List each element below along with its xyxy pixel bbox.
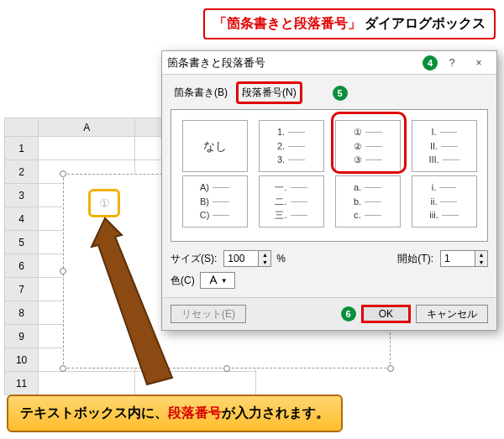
step-badge-4: 4 — [423, 55, 438, 71]
row-header[interactable]: 4 — [5, 207, 39, 231]
numbering-option-roman-lower-dot[interactable]: i. ii. iii. — [412, 175, 477, 227]
callout-bottom-pre: テキストボックス内に、 — [20, 405, 168, 420]
sheet-corner[interactable] — [5, 118, 39, 137]
row-header[interactable]: 8 — [5, 301, 39, 325]
ok-button[interactable]: OK — [361, 305, 411, 323]
tab-numbering[interactable]: 段落番号(N) — [236, 81, 302, 104]
spin-down-icon[interactable]: ▼ — [475, 259, 487, 266]
callout-bottom-post: が入力されます。 — [222, 405, 329, 420]
numbering-option-kanji[interactable]: 一. 二. 三. — [259, 175, 324, 227]
spin-up-icon[interactable]: ▲ — [475, 251, 487, 259]
row-header[interactable]: 5 — [5, 231, 39, 254]
callout-top-red: 「箇条書きと段落番号」 — [213, 16, 361, 30]
resize-handle[interactable] — [387, 365, 394, 372]
color-label: 色(C) — [171, 274, 195, 288]
resize-handle[interactable] — [60, 268, 66, 274]
cell[interactable] — [135, 372, 256, 395]
row-header[interactable]: 6 — [5, 254, 39, 278]
row-header[interactable]: 2 — [5, 160, 39, 184]
size-input[interactable] — [224, 251, 258, 266]
callout-top: 「箇条書きと段落番号」 ダイアログボックス — [203, 8, 496, 39]
callout-top-rest: ダイアログボックス — [365, 16, 486, 30]
cancel-button[interactable]: キャンセル — [416, 305, 488, 323]
row-header[interactable]: 11 — [5, 372, 39, 395]
inserted-number-sample: ① — [99, 196, 110, 210]
close-button[interactable]: × — [466, 54, 491, 72]
numbering-option-circled[interactable]: ① ② ③ — [335, 120, 401, 172]
start-label: 開始(T): — [397, 252, 433, 266]
row-header[interactable]: 7 — [5, 278, 39, 301]
numbering-gallery: なし 1. 2. 3. ① ② ③ I. II. III. — [171, 109, 488, 242]
row-header[interactable]: 10 — [5, 348, 39, 372]
size-label: サイズ(S): — [171, 252, 217, 266]
help-button[interactable]: ? — [439, 54, 465, 72]
start-spinner[interactable]: ▲▼ — [440, 250, 488, 267]
spin-up-icon[interactable]: ▲ — [259, 251, 270, 259]
font-color-icon — [207, 275, 219, 285]
opt-label: なし — [203, 138, 227, 155]
resize-handle[interactable] — [60, 365, 66, 372]
dialog-titlebar[interactable]: 箇条書きと段落番号 4 ? × — [162, 51, 496, 75]
row-header[interactable]: 3 — [5, 184, 39, 207]
reset-button[interactable]: リセット(E) — [171, 305, 246, 323]
resize-handle[interactable] — [60, 170, 66, 177]
numbering-option-none[interactable]: なし — [182, 120, 248, 172]
chevron-down-icon: ▼ — [221, 277, 228, 285]
step-badge-5: 5 — [333, 86, 348, 101]
step-badge-6: 6 — [341, 306, 356, 321]
spin-down-icon[interactable]: ▼ — [259, 259, 270, 266]
callout-bottom: テキストボックス内に、段落番号が入力されます。 — [7, 395, 343, 432]
size-spinner[interactable]: ▲▼ — [223, 250, 271, 267]
inserted-number-highlight: ① — [88, 189, 120, 217]
col-header-A[interactable]: A — [39, 118, 135, 137]
cell[interactable] — [39, 372, 135, 395]
resize-handle[interactable] — [223, 365, 230, 372]
numbering-option-roman-upper[interactable]: I. II. III. — [412, 120, 477, 172]
numbering-option-arabic[interactable]: 1. 2. 3. — [259, 120, 324, 172]
row-header[interactable]: 9 — [5, 325, 39, 348]
color-picker-button[interactable]: ▼ — [200, 272, 235, 289]
row-header[interactable]: 1 — [5, 137, 39, 160]
size-suffix: % — [276, 253, 286, 264]
numbering-option-alpha-upper-paren[interactable]: A) B) C) — [182, 175, 248, 227]
dialog-title: 箇条書きと段落番号 — [167, 55, 419, 71]
numbering-option-alpha-lower-dot[interactable]: a. b. c. — [335, 175, 401, 227]
start-input[interactable] — [441, 251, 475, 266]
bullets-numbering-dialog: 箇条書きと段落番号 4 ? × 箇条書き(B) 段落番号(N) 5 なし 1. … — [161, 50, 497, 331]
cell[interactable] — [39, 137, 135, 160]
tab-bullets[interactable]: 箇条書き(B) — [171, 84, 231, 102]
callout-bottom-mid: 段落番号 — [168, 405, 222, 420]
